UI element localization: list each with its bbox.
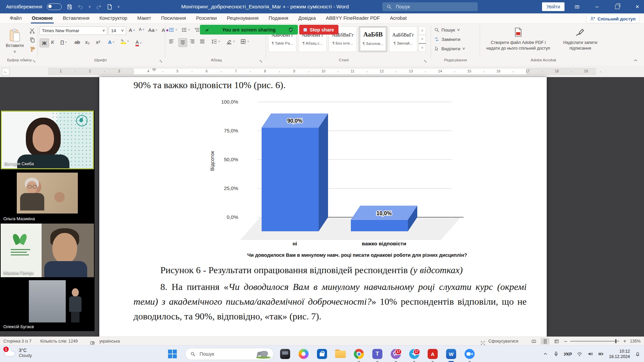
- search-input[interactable]: [395, 4, 464, 10]
- format-painter-button[interactable]: [28, 45, 36, 53]
- clipboard-dialog-launcher[interactable]: [32, 58, 36, 62]
- styles-dialog-launcher[interactable]: [423, 58, 427, 62]
- tab-Макет[interactable]: Макет: [132, 13, 156, 23]
- paste-button[interactable]: Вставити ˅: [3, 26, 27, 56]
- print-layout-button[interactable]: [541, 338, 549, 345]
- line-spacing-button[interactable]: ˅: [211, 39, 220, 45]
- notification-bell-icon[interactable]: [635, 351, 641, 357]
- qat-chevron-icon[interactable]: ˅: [117, 5, 119, 9]
- align-left-button[interactable]: [168, 39, 174, 45]
- tab-ABBYY FineReader PDF[interactable]: ABBYY FineReader PDF: [321, 13, 385, 23]
- justify-button[interactable]: [199, 39, 205, 45]
- change-case-button[interactable]: Аа˅: [148, 27, 157, 33]
- bold-button[interactable]: Ж: [40, 39, 49, 47]
- word-count[interactable]: Кількість слів: 1249: [40, 337, 78, 346]
- cut-button[interactable]: [28, 26, 36, 35]
- battery-icon[interactable]: [598, 351, 604, 357]
- create-pdf-button[interactable]: Створити файл Adobe PDF і надати до ньог…: [485, 26, 552, 51]
- sign-in-button[interactable]: Увійти: [542, 2, 565, 11]
- taskbar-icon-teams[interactable]: T: [371, 347, 384, 361]
- taskbar-icon-explorer[interactable]: [334, 347, 347, 361]
- paragraph-dialog-launcher[interactable]: [259, 58, 263, 62]
- titlebar-search[interactable]: [382, 2, 478, 11]
- tab-Довідка[interactable]: Довідка: [293, 13, 321, 23]
- font-color-button[interactable]: А˅: [136, 39, 142, 46]
- tab-Посилання[interactable]: Посилання: [156, 13, 191, 23]
- focus-button[interactable]: Сфокусуватися: [488, 337, 518, 346]
- tab-Рецензування[interactable]: Рецензування: [222, 13, 264, 23]
- taskbar-icon-app-window[interactable]: [278, 347, 292, 361]
- minimize-button[interactable]: –: [590, 0, 604, 13]
- collapse-ribbon-button[interactable]: [633, 57, 640, 63]
- tab-stop-selector[interactable]: ∟: [2, 68, 9, 75]
- taskbar-search-input[interactable]: [199, 351, 251, 357]
- participant-tile[interactable]: Максим Ганчук: [1, 224, 94, 277]
- taskbar-icon-zoom[interactable]: [463, 347, 476, 361]
- copy-button[interactable]: [28, 36, 36, 44]
- web-layout-button[interactable]: [552, 338, 561, 345]
- taskbar-icon-viber[interactable]: 17: [389, 347, 402, 361]
- tab-Файл[interactable]: Файл: [5, 13, 27, 23]
- tab-Вставлення[interactable]: Вставлення: [58, 13, 94, 23]
- tab-Розсилки[interactable]: Розсилки: [191, 13, 222, 23]
- highlight-button[interactable]: ✎˅: [121, 39, 129, 44]
- participant-tile-active[interactable]: Вікторія Скиба: [1, 111, 94, 169]
- zoom-slider-thumb[interactable]: [615, 339, 616, 343]
- tab-Основне[interactable]: Основне: [27, 13, 58, 23]
- text-effects-button[interactable]: А˅: [108, 39, 114, 45]
- find-button[interactable]: Пошук˅: [434, 27, 460, 33]
- restore-button[interactable]: [610, 0, 624, 13]
- font-size-select[interactable]: 14˅: [109, 26, 126, 35]
- borders-button[interactable]: ˅: [240, 39, 249, 45]
- italic-button[interactable]: К: [51, 39, 54, 45]
- undo-icon[interactable]: [77, 4, 84, 10]
- hidden-icons-chevron[interactable]: [542, 351, 548, 357]
- tab-Подання[interactable]: Подання: [264, 13, 293, 23]
- styles-scroll-up[interactable]: ˄: [419, 26, 426, 35]
- participant-tile[interactable]: Олексій Бугаєв: [1, 278, 94, 331]
- horizontal-ruler[interactable]: 12345678910111213141516171819: [48, 68, 596, 75]
- zoom-out-button[interactable]: –: [564, 337, 567, 346]
- share-document-button[interactable]: Спільний доступ: [586, 14, 639, 23]
- bullets-button[interactable]: ˅: [168, 27, 177, 33]
- style-card-4[interactable]: АаБбВ¶ Заголов...: [359, 26, 387, 52]
- save-icon[interactable]: [66, 4, 73, 10]
- paste-chevron-icon[interactable]: ˅: [13, 49, 16, 54]
- first-line-indent-marker[interactable]: [152, 68, 156, 71]
- zoom-slider[interactable]: [570, 341, 619, 342]
- language-indicator[interactable]: українська: [99, 337, 120, 346]
- document-icon[interactable]: [106, 4, 113, 10]
- subscript-button[interactable]: x₂: [85, 39, 90, 45]
- style-card-5[interactable]: АаБбВвГг¶ Звичай...: [389, 26, 417, 52]
- font-dialog-launcher[interactable]: [159, 58, 163, 62]
- clock[interactable]: 10:12 18.12.2024: [609, 349, 630, 359]
- weather-widget[interactable]: 1 3°C Cloudy: [4, 347, 32, 359]
- superscript-button[interactable]: x²: [96, 39, 100, 45]
- taskbar-search[interactable]: [185, 348, 274, 360]
- page-indicator[interactable]: Сторінка 3 із 7: [3, 337, 32, 346]
- styles-scroll-down[interactable]: ˅: [419, 35, 426, 43]
- shading-button[interactable]: ˅: [226, 39, 235, 45]
- ribbon-display-options-button[interactable]: [570, 0, 584, 13]
- read-mode-button[interactable]: [529, 338, 538, 345]
- taskbar-icon-chrome[interactable]: [352, 347, 366, 361]
- redo-icon[interactable]: [95, 4, 102, 10]
- taskbar-icon-telegram[interactable]: 17: [408, 347, 421, 361]
- keyboard-language[interactable]: УКР: [564, 352, 572, 357]
- taskbar-icon-word[interactable]: W: [444, 347, 458, 361]
- underline-button[interactable]: П˅: [60, 39, 67, 45]
- speaker-icon[interactable]: [587, 351, 593, 357]
- microphone-icon[interactable]: [553, 351, 559, 357]
- zoom-in-button[interactable]: +: [623, 337, 626, 346]
- close-button[interactable]: ×: [631, 0, 644, 13]
- autosave-toggle[interactable]: [47, 3, 62, 10]
- styles-more-button[interactable]: ˅: [419, 43, 426, 52]
- start-button[interactable]: [166, 348, 178, 360]
- align-right-button[interactable]: [189, 39, 195, 45]
- font-name-select[interactable]: Times New Romar˅: [40, 26, 107, 35]
- taskbar-icon-copilot[interactable]: [297, 347, 310, 361]
- send-signature-button[interactable]: Надіслати запити підписання: [553, 26, 607, 51]
- stop-share-button[interactable]: Stop share: [299, 25, 338, 35]
- align-center-button[interactable]: [178, 38, 187, 47]
- taskbar-icon-acrobat[interactable]: A: [426, 347, 439, 361]
